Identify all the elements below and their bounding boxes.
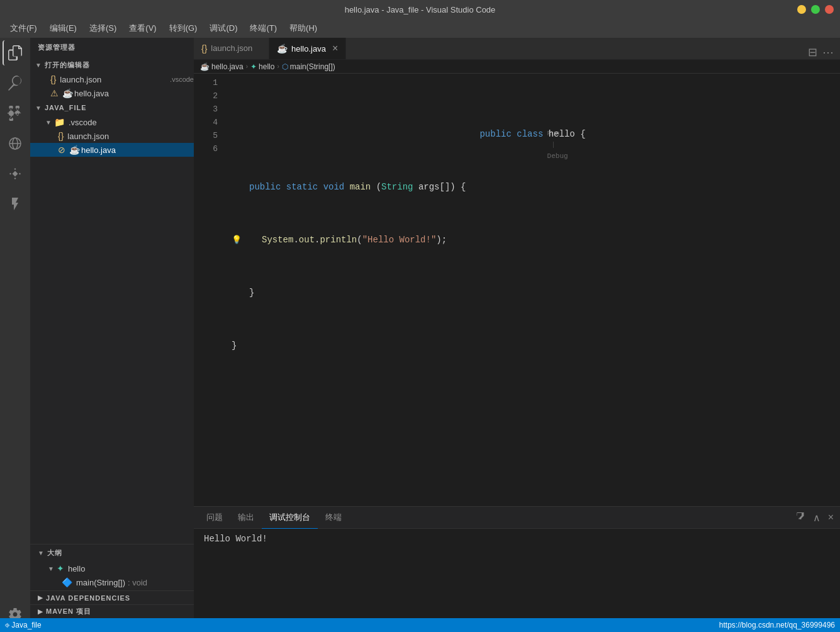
open-editors-arrow: ▼ bbox=[35, 62, 42, 69]
panel-problems-label: 问题 bbox=[206, 512, 223, 523]
activity-explorer-icon[interactable] bbox=[3, 40, 28, 65]
split-editor-icon[interactable]: ⊟ bbox=[808, 45, 817, 59]
panel-tab-debug-console[interactable]: 调试控制台 bbox=[262, 507, 318, 529]
breadcrumb-class[interactable]: ✦hello bbox=[250, 62, 274, 71]
launch-json-name: launch.json bbox=[67, 132, 194, 141]
fn-out: out bbox=[299, 234, 315, 247]
tab-json-icon: {} bbox=[201, 43, 207, 54]
outline-label: 大纲 bbox=[47, 548, 62, 558]
panel-area: 问题 输出 调试控制台 终端 ∧ × bbox=[194, 506, 840, 632]
tab-java-icon: ☕ bbox=[277, 43, 288, 54]
panel-terminal-label: 终端 bbox=[325, 512, 342, 523]
breadcrumb-sep-1: › bbox=[246, 63, 248, 70]
activity-extensions-icon[interactable] bbox=[3, 161, 28, 186]
panel-chevron-up-icon[interactable]: ∧ bbox=[812, 511, 822, 525]
menu-debug[interactable]: 调试(D) bbox=[204, 21, 242, 35]
menu-help[interactable]: 帮助(H) bbox=[284, 21, 322, 35]
vscode-folder[interactable]: ▼ 📁 .vscode bbox=[30, 115, 194, 129]
lightbulb-icon[interactable]: 💡 bbox=[232, 234, 242, 247]
breadcrumb-sep-2: › bbox=[277, 63, 279, 70]
minimap bbox=[834, 74, 840, 506]
run-debug-hint[interactable]: Run | Debug bbox=[497, 116, 568, 128]
panel-tab-problems[interactable]: 问题 bbox=[199, 507, 230, 529]
brace-open: { bbox=[580, 128, 585, 141]
maven-section[interactable]: ▶ MAVEN 项目 bbox=[30, 604, 194, 618]
line-num-3: 3 bbox=[194, 103, 218, 116]
titlebar: hello.java - Java_file - Visual Studio C… bbox=[0, 0, 840, 19]
activity-remote-icon[interactable] bbox=[3, 131, 28, 156]
outline-class-icon: ✦ bbox=[57, 563, 64, 573]
panel-close-icon[interactable]: × bbox=[827, 511, 835, 524]
main-layout: 资源管理器 ▼ 打开的编辑器 {} launch.json .vscode ⚠ … bbox=[0, 38, 840, 632]
brace-close-inner: } bbox=[249, 286, 254, 300]
code-line-6 bbox=[232, 392, 834, 405]
more-actions-icon[interactable]: ⋯ bbox=[822, 45, 834, 59]
menu-file[interactable]: 文件(F) bbox=[5, 21, 42, 35]
project-header[interactable]: ▼ JAVA_FILE bbox=[30, 100, 194, 115]
menu-select[interactable]: 选择(S) bbox=[84, 21, 121, 35]
project-section: ▼ JAVA_FILE ▼ 📁 .vscode {} launch.json ⊘… bbox=[30, 100, 194, 157]
maximize-button[interactable] bbox=[811, 5, 820, 14]
code-content[interactable]: Run | Debug public class hello { public … bbox=[225, 74, 834, 506]
activity-git-icon[interactable] bbox=[3, 101, 28, 126]
window-controls bbox=[797, 5, 834, 14]
open-editors-header[interactable]: ▼ 打开的编辑器 bbox=[30, 57, 194, 72]
open-editor-launch-json[interactable]: {} launch.json .vscode bbox=[30, 72, 194, 86]
kw-public-1: public bbox=[479, 128, 517, 141]
panel-content: Hello World! bbox=[194, 529, 840, 632]
panel-tab-output[interactable]: 输出 bbox=[230, 507, 262, 529]
debug-label[interactable]: Debug bbox=[547, 152, 568, 160]
tab-launch-json[interactable]: {} launch.json bbox=[194, 38, 269, 59]
menu-goto[interactable]: 转到(G) bbox=[164, 21, 203, 35]
minimize-button[interactable] bbox=[797, 5, 806, 14]
menu-view[interactable]: 查看(V) bbox=[124, 21, 161, 35]
outline-header[interactable]: ▼ 大纲 bbox=[30, 545, 194, 561]
dot-1: . bbox=[293, 234, 298, 247]
open-editor-launch-name: launch.json bbox=[60, 75, 167, 84]
outline-hello-class[interactable]: ▼ ✦ hello bbox=[30, 561, 194, 575]
editor-area: {} launch.json ☕ hello.java × ⊟ ⋯ ☕hello… bbox=[194, 38, 840, 632]
open-editors-section: ▼ 打开的编辑器 {} launch.json .vscode ⚠ ☕ hell… bbox=[30, 57, 194, 100]
launch-json-file[interactable]: {} launch.json bbox=[30, 129, 194, 143]
code-editor[interactable]: 1 2 3 4 5 6 Run | Debug public class hel… bbox=[194, 74, 840, 506]
java-icon-open: ☕ bbox=[62, 88, 73, 98]
code-line-2: public static void main ( String args[])… bbox=[232, 181, 834, 194]
outline-method-icon: 🔷 bbox=[62, 577, 72, 587]
menubar: 文件(F) 编辑(E) 选择(S) 查看(V) 转到(G) 调试(D) 终端(T… bbox=[0, 19, 840, 38]
outline-method-type: : void bbox=[128, 578, 147, 587]
menu-edit[interactable]: 编辑(E) bbox=[45, 21, 82, 35]
tab-hello-java[interactable]: ☕ hello.java × bbox=[269, 38, 346, 59]
outline-main-method[interactable]: 🔷 main(String[]) : void bbox=[30, 575, 194, 589]
panel-filter-icon[interactable] bbox=[794, 510, 807, 525]
java-dependencies-section[interactable]: ▶ JAVA DEPENDENCIES bbox=[30, 590, 194, 604]
open-editor-hello-java[interactable]: ⚠ ☕ hello.java bbox=[30, 86, 194, 100]
maven-arrow: ▶ bbox=[38, 608, 43, 615]
breadcrumb: ☕hello.java › ✦hello › ⬡main(String[]) bbox=[194, 60, 840, 74]
paren-open: ( bbox=[376, 181, 381, 194]
activity-search-icon[interactable] bbox=[3, 71, 28, 96]
line-num-1: 1 bbox=[194, 76, 218, 89]
tab-close-icon[interactable]: × bbox=[332, 43, 338, 54]
hello-java-file[interactable]: ⊘ ☕ hello.java bbox=[30, 143, 194, 157]
open-editor-hello-name: hello.java bbox=[74, 89, 194, 98]
close-button[interactable] bbox=[825, 5, 834, 14]
folder-icon: 📁 bbox=[54, 117, 65, 127]
tab-launch-name: launch.json bbox=[211, 43, 252, 53]
status-bar: ⎆ Java_file https://blog.csdn.net/qq_369… bbox=[0, 618, 840, 632]
brace-close-outer: } bbox=[232, 339, 237, 353]
outline-method-name: main(String[]) bbox=[76, 578, 125, 587]
vscode-arrow: ▼ bbox=[45, 119, 52, 126]
sidebar-header: 资源管理器 bbox=[30, 38, 194, 57]
java-icon: ☕ bbox=[69, 145, 80, 155]
code-line-3: 💡 System . out . println ( "Hello World!… bbox=[232, 234, 834, 247]
activity-test-icon[interactable] bbox=[3, 191, 28, 217]
menu-terminal[interactable]: 终端(T) bbox=[245, 21, 282, 35]
param-args: args[]) { bbox=[418, 181, 466, 194]
tab-bar: {} launch.json ☕ hello.java × ⊟ ⋯ bbox=[194, 38, 840, 60]
breadcrumb-file[interactable]: ☕hello.java bbox=[200, 62, 244, 71]
breadcrumb-method[interactable]: ⬡main(String[]) bbox=[282, 62, 335, 71]
panel-output-text: Hello World! bbox=[204, 534, 267, 544]
class-name: hello bbox=[549, 128, 580, 141]
panel-tab-terminal[interactable]: 终端 bbox=[318, 507, 349, 529]
tab-hello-name: hello.java bbox=[291, 44, 326, 54]
